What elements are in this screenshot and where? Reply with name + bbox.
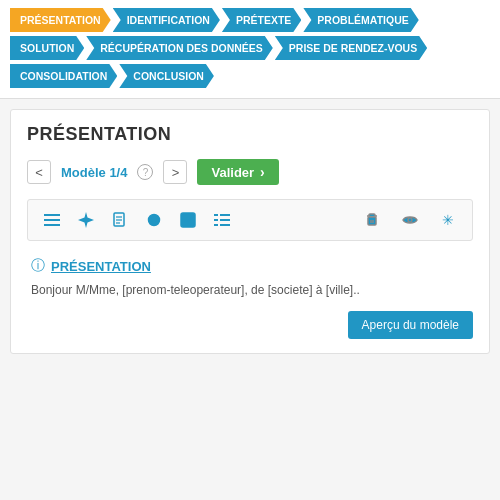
svg-rect-2	[44, 224, 60, 226]
prev-model-button[interactable]: <	[27, 160, 51, 184]
svg-rect-15	[220, 224, 230, 226]
document-icon-button[interactable]	[106, 206, 134, 234]
eye-icon-button[interactable]	[396, 206, 424, 234]
help-icon[interactable]: ?	[137, 164, 153, 180]
info-icon: ⓘ	[31, 257, 45, 275]
nav-item-consolidation[interactable]: CONSOLIDATION	[10, 64, 117, 88]
asterisk-icon-button[interactable]: ✳	[434, 206, 462, 234]
nav-item-presentation[interactable]: PRÉSENTATION	[10, 8, 111, 32]
svg-rect-0	[44, 214, 60, 216]
content-info-row: ⓘ PRÉSENTATION	[31, 257, 469, 275]
content-body-text: Bonjour M/Mme, [prenom-teleoperateur], d…	[31, 281, 469, 299]
trash-icon-button[interactable]	[358, 206, 386, 234]
editor-toolbar: ✳	[27, 199, 473, 241]
record-icon-button[interactable]	[140, 206, 168, 234]
valider-button[interactable]: Valider ›	[197, 159, 278, 185]
toolbar-left	[38, 206, 236, 234]
nav-row-2: SOLUTION RÉCUPÉRATION DES DONNÉES PRISE …	[10, 36, 490, 60]
content-section-label: PRÉSENTATION	[51, 259, 151, 274]
apercu-button[interactable]: Aperçu du modèle	[348, 311, 473, 339]
svg-rect-1	[44, 219, 60, 221]
svg-rect-16	[368, 217, 376, 225]
nav-item-recuperation[interactable]: RÉCUPÉRATION DES DONNÉES	[86, 36, 273, 60]
sparkle-icon-button[interactable]	[72, 206, 100, 234]
nav-item-pretexte[interactable]: PRÉTEXTE	[222, 8, 301, 32]
next-model-button[interactable]: >	[163, 160, 187, 184]
svg-rect-13	[220, 219, 230, 221]
list-icon-button[interactable]	[208, 206, 236, 234]
valider-label: Valider	[211, 165, 254, 180]
nav-item-identification[interactable]: IDENTIFICATION	[113, 8, 220, 32]
svg-rect-12	[214, 219, 218, 221]
svg-rect-9	[181, 213, 195, 227]
model-label: Modèle 1/4	[61, 165, 127, 180]
nav-item-conclusion[interactable]: CONCLUSION	[119, 64, 214, 88]
toolbar-right: ✳	[358, 206, 462, 234]
bottom-row: Aperçu du modèle	[27, 305, 473, 339]
main-panel: PRÉSENTATION < Modèle 1/4 ? > Valider ›	[10, 109, 490, 354]
svg-rect-11	[220, 214, 230, 216]
nav-item-prise-rdv[interactable]: PRISE DE RENDEZ-VOUS	[275, 36, 427, 60]
svg-rect-14	[214, 224, 218, 226]
svg-point-8	[152, 218, 157, 223]
svg-text:✳: ✳	[442, 212, 454, 228]
nav-row-3: CONSOLIDATION CONCLUSION	[10, 64, 490, 88]
nav-row-1: PRÉSENTATION IDENTIFICATION PRÉTEXTE PRO…	[10, 8, 490, 32]
menu-icon-button[interactable]	[38, 206, 66, 234]
nav-item-solution[interactable]: SOLUTION	[10, 36, 84, 60]
content-area: ⓘ PRÉSENTATION Bonjour M/Mme, [prenom-te…	[27, 251, 473, 305]
svg-rect-10	[214, 214, 218, 216]
nav-item-problematique[interactable]: PROBLÉMATIQUE	[303, 8, 418, 32]
page-title: PRÉSENTATION	[27, 124, 473, 145]
valider-arrow-icon: ›	[260, 164, 265, 180]
svg-point-19	[408, 218, 412, 222]
model-row: < Modèle 1/4 ? > Valider ›	[27, 159, 473, 185]
check-icon-button[interactable]	[174, 206, 202, 234]
nav-breadcrumb: PRÉSENTATION IDENTIFICATION PRÉTEXTE PRO…	[0, 0, 500, 99]
